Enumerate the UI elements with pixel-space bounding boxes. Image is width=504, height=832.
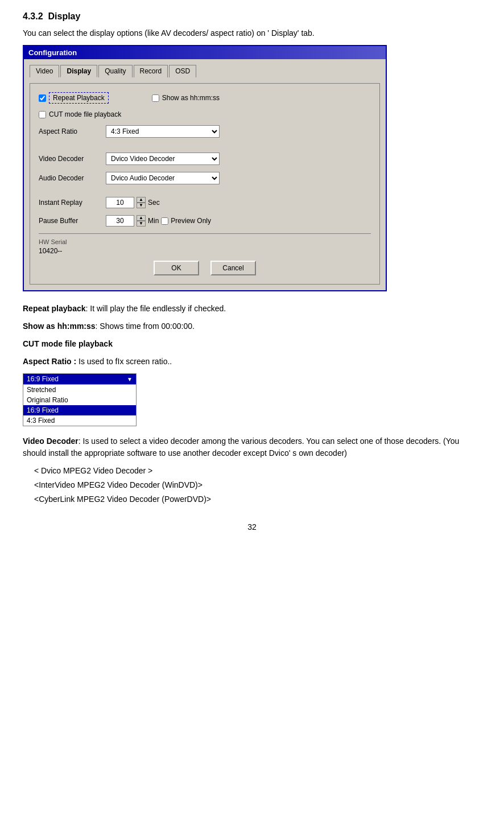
repeat-playback-term: Repeat playback: [23, 304, 86, 313]
repeat-playback-desc-text: : It will play the file endlessly if che…: [86, 304, 226, 313]
pause-buffer-label: Pause Buffer: [39, 217, 101, 225]
cancel-button[interactable]: Cancel: [210, 261, 256, 275]
show-time-desc-text: : Shows time from 00:00:00.: [96, 322, 195, 331]
instant-replay-up-btn[interactable]: ▲: [137, 197, 146, 203]
video-decoder-select[interactable]: Dvico Video Decoder: [106, 153, 220, 165]
aspect-ratio-desc: Aspect Ratio : Is used to fIx screen rat…: [23, 356, 481, 368]
config-dialog: Configuration Video Display Quality Reco…: [23, 45, 387, 291]
tab-bar: Video Display Quality Record OSD: [30, 65, 380, 77]
instant-replay-spinner: ▲ ▼ Sec: [106, 197, 160, 208]
tab-record[interactable]: Record: [134, 65, 168, 77]
hw-serial-section: HW Serial 10420--: [39, 233, 371, 255]
cut-mode-label: CUT mode file playback: [49, 110, 121, 118]
cut-mode-desc: CUT mode file playback: [23, 338, 481, 350]
tab-osd[interactable]: OSD: [169, 65, 196, 77]
row-pause-buffer: Pause Buffer ▲ ▼ Min Preview Only: [39, 215, 371, 226]
repeat-playback-checkbox[interactable]: [39, 94, 46, 102]
aspect-option-original[interactable]: Original Ratio: [23, 395, 136, 405]
row-audio-decoder: Audio Decoder Dvico Audio Decoder: [39, 172, 371, 184]
aspect-dropdown-illustration: 16:9 Fixed ▼ Stretched Original Ratio 16…: [23, 373, 481, 426]
audio-decoder-select[interactable]: Dvico Audio Decoder: [106, 172, 220, 184]
tab-quality[interactable]: Quality: [98, 65, 132, 77]
row-aspect-ratio: Aspect Ratio 4:3 Fixed Stretched Origina…: [39, 125, 371, 138]
aspect-dropdown-box: 16:9 Fixed ▼ Stretched Original Ratio 16…: [23, 373, 137, 426]
show-time-checkbox[interactable]: [152, 94, 159, 102]
instant-replay-label: Instant Replay: [39, 199, 101, 207]
dropdown-arrow-icon: ▼: [127, 376, 133, 382]
section-heading: 4.3.2 Display: [23, 11, 481, 22]
instant-replay-down-btn[interactable]: ▼: [137, 203, 146, 208]
pause-buffer-down-btn[interactable]: ▼: [137, 221, 146, 226]
aspect-option-169[interactable]: 16:9 Fixed: [23, 405, 136, 415]
pause-buffer-up-btn[interactable]: ▲: [137, 215, 146, 221]
aspect-option-stretched[interactable]: Stretched: [23, 385, 136, 395]
repeat-playback-desc: Repeat playback: It will play the file e…: [23, 303, 481, 315]
show-time-term: Show as hh:mm:ss: [23, 322, 96, 331]
cut-mode-term: CUT mode file playback: [23, 339, 113, 348]
aspect-dropdown-header[interactable]: 16:9 Fixed ▼: [23, 373, 137, 385]
dialog-buttons: OK Cancel: [39, 261, 371, 275]
show-time-checkbox-group: Show as hh:mm:ss: [152, 94, 220, 102]
dialog-body: Video Display Quality Record OSD Repeat …: [24, 59, 386, 290]
hw-serial-value: 10420--: [39, 247, 371, 255]
pause-buffer-spinner: ▲ ▼ Min Preview Only: [106, 215, 211, 226]
decoder-option-3: <CyberLink MPEG2 Video Decoder (PowerDVD…: [34, 493, 481, 505]
section-title: Display: [48, 11, 80, 21]
preview-only-checkbox[interactable]: [161, 217, 168, 225]
show-time-desc: Show as hh:mm:ss: Shows time from 00:00:…: [23, 320, 481, 332]
repeat-playback-checkbox-group: Repeat Playback: [39, 92, 109, 104]
aspect-option-43[interactable]: 4:3 Fixed: [23, 415, 136, 426]
row-checkboxes-1: Repeat Playback Show as hh:mm:ss: [39, 92, 371, 104]
ok-button[interactable]: OK: [154, 261, 199, 275]
row-video-decoder: Video Decoder Dvico Video Decoder: [39, 153, 371, 165]
tab-display[interactable]: Display: [60, 65, 97, 77]
aspect-dropdown-selected: 16:9 Fixed: [27, 375, 59, 383]
cut-mode-checkbox-group: CUT mode file playback: [39, 110, 121, 118]
aspect-ratio-desc-text: Is used to fIx screen ratio..: [76, 357, 172, 366]
aspect-ratio-select[interactable]: 4:3 Fixed Stretched Original Ratio 16:9 …: [106, 125, 220, 138]
video-decoder-term: Video Decoder: [23, 436, 79, 446]
audio-decoder-label: Audio Decoder: [39, 174, 101, 182]
instant-replay-unit: Sec: [148, 199, 160, 207]
cut-mode-checkbox[interactable]: [39, 111, 46, 118]
decoder-option-2: <InterVideo MPEG2 Video Decoder (WinDVD)…: [34, 479, 481, 491]
video-decoder-desc-text: : Is used to select a video decoder amon…: [23, 436, 459, 458]
row-instant-replay: Instant Replay ▲ ▼ Sec: [39, 197, 371, 208]
aspect-dropdown-list: Stretched Original Ratio 16:9 Fixed 4:3 …: [23, 385, 137, 426]
repeat-playback-label: Repeat Playback: [49, 92, 109, 104]
hw-serial-label: HW Serial: [39, 238, 371, 245]
tab-video[interactable]: Video: [30, 65, 59, 77]
preview-only-checkbox-group: Preview Only: [161, 217, 211, 225]
instant-replay-input[interactable]: [106, 197, 134, 208]
video-decoder-label: Video Decoder: [39, 155, 101, 163]
decoder-option-1: < Dvico MPEG2 Video Decoder >: [34, 465, 481, 477]
aspect-ratio-label: Aspect Ratio: [39, 127, 101, 135]
section-number: 4.3.2: [23, 11, 43, 21]
aspect-ratio-term: Aspect Ratio :: [23, 357, 76, 366]
pause-buffer-input[interactable]: [106, 215, 134, 226]
show-time-label: Show as hh:mm:ss: [162, 94, 220, 102]
dialog-titlebar: Configuration: [24, 46, 386, 59]
tab-content: Repeat Playback Show as hh:mm:ss CUT mod…: [30, 83, 380, 285]
preview-only-label: Preview Only: [171, 217, 211, 225]
page-number: 32: [23, 522, 481, 532]
pause-buffer-unit: Min: [148, 217, 159, 225]
dialog-title: Configuration: [28, 48, 77, 57]
instant-replay-spinner-buttons: ▲ ▼: [137, 197, 146, 208]
section-intro: You can select the display options (like…: [23, 27, 481, 39]
row-cut-mode: CUT mode file playback: [39, 110, 371, 118]
pause-buffer-spinner-buttons: ▲ ▼: [137, 215, 146, 226]
video-decoder-desc: Video Decoder: Is used to select a video…: [23, 435, 481, 459]
